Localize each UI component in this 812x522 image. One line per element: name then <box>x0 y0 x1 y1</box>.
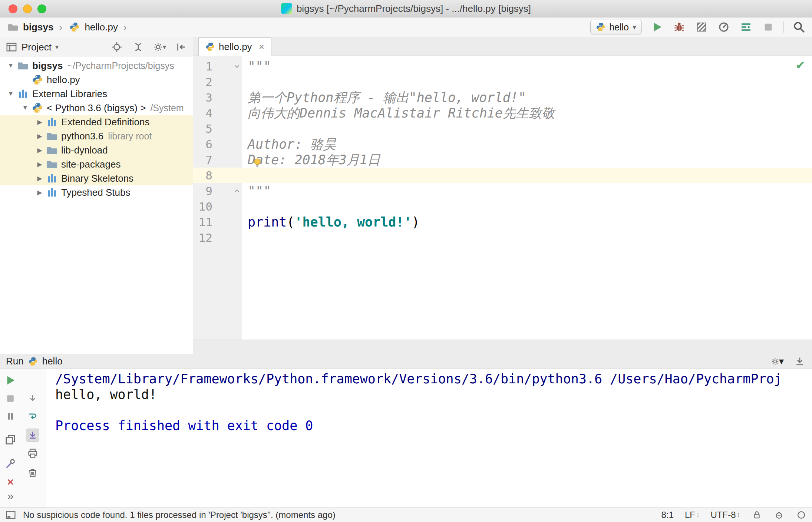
code-line-6[interactable]: Author: 骆昊 <box>242 136 812 152</box>
chevron-collapsed-icon[interactable]: ▶ <box>33 161 46 168</box>
run-tab-label[interactable]: hello <box>42 356 63 367</box>
collapse-all-button[interactable] <box>132 41 145 53</box>
code-line-8[interactable] <box>242 168 812 183</box>
tree-item-typeshed-stubs[interactable]: ▶Typeshed Stubs <box>0 185 193 199</box>
scroll-to-end-button[interactable] <box>26 429 39 442</box>
restore-layout-button[interactable] <box>4 433 17 446</box>
code-line-10[interactable] <box>242 199 812 214</box>
more-options-button[interactable]: » <box>4 489 17 503</box>
caret-position-widget[interactable]: 8:1 <box>661 510 674 520</box>
tree-item-lib-dynload[interactable]: ▶lib-dynload <box>0 143 193 157</box>
status-message[interactable]: No suspicious code found. 1 files proces… <box>23 510 336 520</box>
close-window-button[interactable] <box>9 4 17 13</box>
gutter-line-4[interactable]: 4 <box>193 105 242 121</box>
toolwindow-toggle-icon[interactable] <box>5 509 16 521</box>
chevron-collapsed-icon[interactable]: ▶ <box>33 118 46 126</box>
chevron-down-icon: ▾ <box>163 43 166 51</box>
tree-item-label: < Python 3.6 (bigsys) > <box>47 102 146 114</box>
chevron-down-icon[interactable]: ▾ <box>55 43 59 51</box>
minimize-window-button[interactable] <box>23 4 32 13</box>
code-line-12[interactable] <box>242 230 812 245</box>
gutter-line-10[interactable]: 10 <box>193 199 242 214</box>
rerun-button[interactable] <box>4 374 17 387</box>
clear-all-button[interactable] <box>26 466 39 479</box>
tree-item-extended-definitions[interactable]: ▶Extended Definitions <box>0 115 193 129</box>
tree-item-bigsys[interactable]: ▼bigsys~/PycharmProjects/bigsys <box>0 59 193 73</box>
gutter-line-12[interactable]: 12 <box>193 230 242 245</box>
scroll-down-button[interactable] <box>26 392 39 405</box>
code-line-11[interactable]: print('hello, world!') <box>242 214 812 230</box>
breadcrumb-file[interactable]: hello.py <box>85 22 118 33</box>
encoding-widget[interactable]: UTF-8 ↕ <box>711 510 740 520</box>
settings-gear-button[interactable]: ▾ <box>771 355 784 368</box>
chevron-collapsed-icon[interactable]: ▶ <box>33 132 46 140</box>
settings-gear-button[interactable]: ▾ <box>154 41 166 53</box>
chevron-expanded-icon[interactable]: ▼ <box>4 90 17 98</box>
tree-item-hello-py[interactable]: hello.py <box>0 73 193 87</box>
dock-panel-button[interactable] <box>793 355 806 368</box>
tree-item-python-3-6-bigsys[interactable]: ▼< Python 3.6 (bigsys) >/System <box>0 101 193 115</box>
gutter-line-1[interactable]: 1 <box>193 59 242 74</box>
debug-button[interactable] <box>672 20 686 34</box>
profiler-button[interactable] <box>717 20 731 34</box>
settings-wrench-button[interactable] <box>4 457 17 470</box>
code-line-4[interactable]: 向伟大的Dennis MacAlistair Ritchie先生致敬 <box>242 105 812 121</box>
editor-tab-hello-py[interactable]: hello.py × <box>198 37 271 56</box>
stop-button[interactable] <box>761 20 775 34</box>
locate-file-button[interactable] <box>110 41 123 53</box>
close-tab-icon[interactable]: × <box>259 41 264 53</box>
code-line-2[interactable] <box>242 74 812 90</box>
project-panel-title[interactable]: Project <box>22 42 52 53</box>
project-tree: ▼bigsys~/PycharmProjects/bigsyshello.py▼… <box>0 57 193 354</box>
gutter-line-6[interactable]: 6 <box>193 136 242 152</box>
chevron-expanded-icon[interactable]: ▼ <box>4 62 17 69</box>
close-panel-button[interactable]: × <box>4 475 17 489</box>
tree-item-binary-skeletons[interactable]: ▶Binary Skeletons <box>0 171 193 185</box>
chevron-collapsed-icon[interactable]: ▶ <box>33 175 46 182</box>
code-line-7[interactable]: Date: 2018年3月1日 <box>242 152 812 168</box>
code-line-3[interactable]: 第一个Python程序 - 输出"hello, world!" <box>242 90 812 105</box>
fold-gutter <box>212 152 242 168</box>
fold-region-end-icon[interactable] <box>233 187 241 195</box>
notifications-icon[interactable] <box>796 509 807 521</box>
chevron-collapsed-icon[interactable]: ▶ <box>33 146 46 154</box>
code-line-9[interactable]: """ <box>242 183 812 199</box>
lock-icon[interactable] <box>751 509 762 521</box>
zoom-window-button[interactable] <box>37 4 46 13</box>
gutter-line-11[interactable]: 11 <box>193 214 242 230</box>
tree-item-python3-6[interactable]: ▶python3.6library root <box>0 129 193 143</box>
chevron-expanded-icon[interactable]: ▼ <box>19 104 32 112</box>
intention-bulb-icon[interactable] <box>252 156 263 172</box>
console-line-2: hello, world! <box>55 387 812 402</box>
gutter-line-8[interactable]: 8 <box>193 168 242 183</box>
pause-output-button[interactable] <box>4 410 17 423</box>
run-configuration-select[interactable]: hello ▾ <box>590 20 642 34</box>
editor-code[interactable]: """第一个Python程序 - 输出"hello, world!"向伟大的De… <box>242 56 812 340</box>
run-button[interactable] <box>650 20 664 34</box>
inspection-status-icon[interactable]: ✔ <box>795 58 805 72</box>
hector-inspection-icon[interactable] <box>773 509 785 521</box>
code-line-1[interactable]: """ <box>242 59 812 74</box>
tree-item-site-packages[interactable]: ▶site-packages <box>0 157 193 171</box>
hide-panel-button[interactable] <box>175 41 188 53</box>
soft-wrap-button[interactable] <box>26 410 39 423</box>
print-button[interactable] <box>26 447 39 460</box>
line-separator-widget[interactable]: LF ↕ <box>685 510 700 520</box>
tree-item-external-libraries[interactable]: ▼External Libraries <box>0 87 193 101</box>
breadcrumb-project[interactable]: bigsys <box>23 22 53 33</box>
search-everywhere-button[interactable] <box>792 20 806 34</box>
chevron-collapsed-icon[interactable]: ▶ <box>33 189 46 196</box>
fold-gutter <box>212 136 242 152</box>
python-console-button[interactable] <box>739 20 753 34</box>
gutter-line-2[interactable]: 2 <box>193 74 242 90</box>
gutter-line-3[interactable]: 3 <box>193 90 242 105</box>
fold-region-start-icon[interactable] <box>233 62 241 70</box>
gutter-line-5[interactable]: 5 <box>193 121 242 136</box>
run-console[interactable]: /System/Library/Frameworks/Python.framew… <box>46 369 812 508</box>
gutter-line-7[interactable]: 7 <box>193 152 242 168</box>
gutter-line-9[interactable]: 9 <box>193 183 242 199</box>
run-with-coverage-button[interactable] <box>694 20 709 34</box>
code-line-5[interactable] <box>242 121 812 136</box>
code-token-plain: ) <box>412 215 420 229</box>
stop-button[interactable] <box>4 392 17 405</box>
